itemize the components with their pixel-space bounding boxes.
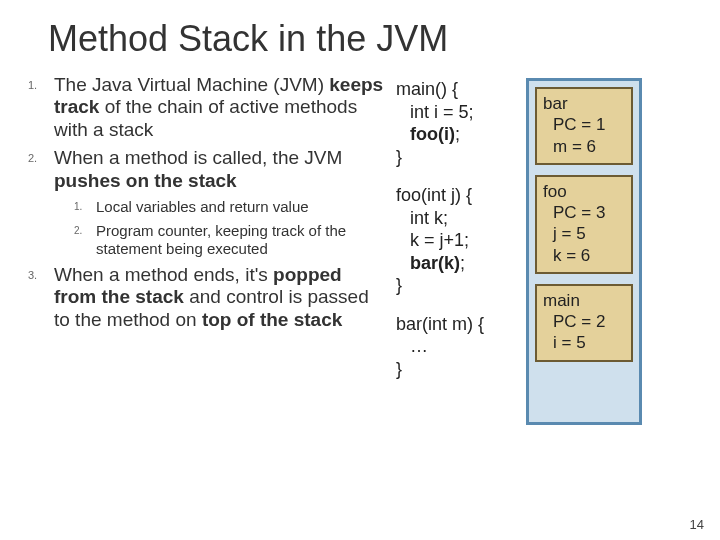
code-line: foo(i); [396,123,516,146]
code-line: int i = 5; [396,101,516,124]
code-line: k = j+1; [396,229,516,252]
stack-container: bar PC = 1 m = 6 foo PC = 3 j = 5 k = 6 … [526,78,642,425]
bullet-3: 3. When a method ends, it's popped from … [28,264,386,331]
code-line: bar(k); [396,252,516,275]
bold-text: top of the stack [202,309,342,330]
code-call: foo(i) [410,124,455,144]
code-line: } [396,146,516,169]
stack-frame-bar: bar PC = 1 m = 6 [535,87,633,165]
bullet-2: 2. When a method is called, the JVM push… [28,147,386,192]
code-line: } [396,274,516,297]
bullet-num: 1. [28,74,54,141]
sublist: 1. Local variables and return value 2. P… [28,198,386,258]
frame-name: main [543,290,625,311]
bullet-column: 1. The Java Virtual Machine (JVM) keeps … [28,74,386,425]
code-block-main: main() { int i = 5; foo(i); } [396,78,516,168]
frame-line: m = 6 [543,136,625,157]
code-column: main() { int i = 5; foo(i); } foo(int j)… [396,74,516,396]
code-line: bar(int m) { [396,313,516,336]
frame-line: PC = 3 [543,202,625,223]
code-line: } [396,358,516,381]
right-column: main() { int i = 5; foo(i); } foo(int j)… [396,74,702,425]
frame-line: PC = 1 [543,114,625,135]
bullet-1: 1. The Java Virtual Machine (JVM) keeps … [28,74,386,141]
bullet-num: 1. [74,198,96,216]
stack-frame-foo: foo PC = 3 j = 5 k = 6 [535,175,633,274]
text-run: The Java Virtual Machine (JVM) [54,74,329,95]
text-run: When a method ends, it's [54,264,273,285]
stack-frame-main: main PC = 2 i = 5 [535,284,633,362]
frame-line: j = 5 [543,223,625,244]
slide-title: Method Stack in the JVM [0,0,720,60]
bullet-text: Program counter, keeping track of the st… [96,222,386,258]
text-run: ; [455,124,460,144]
frame-name: bar [543,93,625,114]
code-line: int k; [396,207,516,230]
sub-bullet-2: 2. Program counter, keeping track of the… [74,222,386,258]
frame-name: foo [543,181,625,202]
page-number: 14 [690,517,704,532]
code-block-foo: foo(int j) { int k; k = j+1; bar(k); } [396,184,516,297]
bullet-num: 2. [28,147,54,192]
slide-content: 1. The Java Virtual Machine (JVM) keeps … [0,60,720,425]
frame-line: PC = 2 [543,311,625,332]
sub-bullet-1: 1. Local variables and return value [74,198,386,216]
bullet-num: 3. [28,264,54,331]
bold-text: pushes on the stack [54,170,237,191]
text-run: of the chain of active methods with a st… [54,96,357,139]
bullet-num: 2. [74,222,96,258]
text-run: When a method is called, the JVM [54,147,342,168]
code-line: … [396,335,516,358]
frame-line: i = 5 [543,332,625,353]
code-call: bar(k) [410,253,460,273]
bullet-text: The Java Virtual Machine (JVM) keeps tra… [54,74,386,141]
code-line: main() { [396,78,516,101]
bullet-text: When a method is called, the JVM pushes … [54,147,386,192]
frame-line: k = 6 [543,245,625,266]
bullet-text: When a method ends, it's popped from the… [54,264,386,331]
bullet-text: Local variables and return value [96,198,309,216]
stack-column: bar PC = 1 m = 6 foo PC = 3 j = 5 k = 6 … [526,74,702,425]
code-block-bar: bar(int m) { … } [396,313,516,381]
text-run: ; [460,253,465,273]
code-line: foo(int j) { [396,184,516,207]
